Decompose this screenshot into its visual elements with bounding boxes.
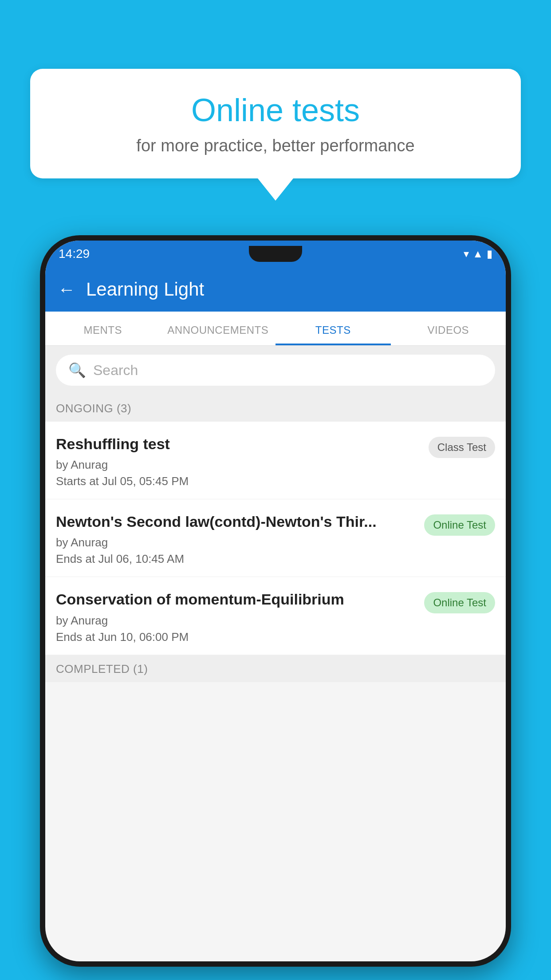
speech-bubble-subtitle: for more practice, better performance — [57, 136, 494, 155]
status-icons: ▾ ▲ ▮ — [464, 248, 492, 260]
phone-notch — [249, 246, 302, 262]
test-name-conservation: Conservation of momentum-Equilibrium — [56, 589, 417, 609]
test-date-newton: Ends at Jul 06, 10:45 AM — [56, 552, 417, 566]
wifi-icon: ▾ — [464, 248, 469, 260]
test-item-reshuffling[interactable]: Reshuffling test by Anurag Starts at Jul… — [45, 422, 506, 499]
test-date-reshuffling: Starts at Jul 05, 05:45 PM — [56, 474, 421, 488]
search-bar[interactable]: 🔍 Search — [56, 355, 495, 386]
speech-bubble-pointer — [258, 178, 293, 201]
app-title: Learning Light — [86, 279, 204, 300]
test-date-conservation: Ends at Jun 10, 06:00 PM — [56, 630, 417, 644]
search-input[interactable]: Search — [93, 362, 138, 379]
phone-inner: 14:29 ▾ ▲ ▮ ← Learning Light MENTS ANNOU… — [45, 241, 506, 961]
test-badge-newton: Online Test — [424, 514, 495, 536]
test-name-reshuffling: Reshuffling test — [56, 434, 421, 454]
tabs-container: MENTS ANNOUNCEMENTS TESTS VIDEOS — [45, 312, 506, 346]
test-name-newton: Newton's Second law(contd)-Newton's Thir… — [56, 512, 417, 531]
test-item-newton[interactable]: Newton's Second law(contd)-Newton's Thir… — [45, 499, 506, 577]
test-list: Reshuffling test by Anurag Starts at Jul… — [45, 422, 506, 655]
speech-bubble: Online tests for more practice, better p… — [30, 69, 521, 178]
speech-bubble-title: Online tests — [57, 92, 494, 128]
test-info-reshuffling: Reshuffling test by Anurag Starts at Jul… — [56, 434, 421, 488]
app-header: ← Learning Light — [45, 267, 506, 312]
test-badge-reshuffling: Class Test — [429, 437, 495, 458]
status-time: 14:29 — [59, 247, 90, 261]
tab-videos[interactable]: VIDEOS — [391, 312, 506, 345]
search-container: 🔍 Search — [45, 346, 506, 395]
phone-frame: 14:29 ▾ ▲ ▮ ← Learning Light MENTS ANNOU… — [40, 235, 511, 967]
test-author-conservation: by Anurag — [56, 614, 417, 628]
tab-announcements[interactable]: ANNOUNCEMENTS — [161, 312, 276, 345]
ongoing-section-title: ONGOING (3) — [56, 402, 131, 415]
test-info-conservation: Conservation of momentum-Equilibrium by … — [56, 589, 417, 644]
speech-bubble-container: Online tests for more practice, better p… — [30, 69, 521, 201]
battery-icon: ▮ — [487, 248, 492, 260]
tab-tests[interactable]: TESTS — [276, 312, 391, 345]
search-icon: 🔍 — [68, 362, 86, 379]
test-author-reshuffling: by Anurag — [56, 458, 421, 472]
signal-icon: ▲ — [472, 248, 483, 260]
completed-section-title: COMPLETED (1) — [56, 662, 148, 676]
back-button[interactable]: ← — [58, 280, 75, 300]
test-info-newton: Newton's Second law(contd)-Newton's Thir… — [56, 512, 417, 566]
test-item-conservation[interactable]: Conservation of momentum-Equilibrium by … — [45, 577, 506, 655]
ongoing-section-header: ONGOING (3) — [45, 395, 506, 422]
test-author-newton: by Anurag — [56, 536, 417, 549]
completed-section-header: COMPLETED (1) — [45, 655, 506, 682]
tab-ments[interactable]: MENTS — [45, 312, 161, 345]
test-badge-conservation: Online Test — [424, 592, 495, 613]
